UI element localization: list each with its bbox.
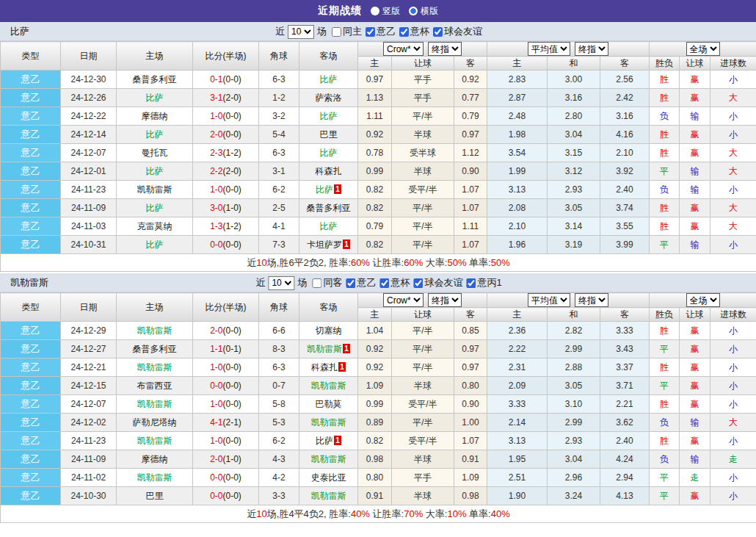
handicap-away-odds: 0.90 [454, 395, 487, 414]
score-cell: 4-1(2-1) [193, 414, 259, 432]
horizontal-layout-radio[interactable] [409, 7, 418, 15]
league-checkbox[interactable] [346, 278, 355, 288]
score-cell: 2-2(2-0) [193, 162, 259, 181]
handicap-line: 受半球 [392, 144, 454, 162]
league-tag: 意乙 [1, 144, 61, 162]
same-venue-checkbox[interactable] [332, 27, 341, 37]
match-count-select[interactable]: 10 [288, 25, 314, 39]
result-goals: 小 [710, 126, 756, 144]
same-venue-checkbox[interactable] [312, 278, 321, 288]
result-handicap: 赢 [680, 358, 710, 377]
team-link: 巴里 [146, 491, 164, 501]
result-outcome: 胜 [650, 126, 680, 144]
score-cell: 0-0(0-0) [193, 377, 259, 395]
handicap-away-odds: 0.97 [454, 340, 487, 358]
match-date: 24-12-22 [61, 107, 117, 126]
match-count-select[interactable]: 10 [268, 276, 294, 290]
league-label: 意杯 [410, 22, 429, 41]
average-select[interactable]: 平均值 [528, 42, 570, 56]
team-name: 凯勒雷斯 [10, 273, 48, 292]
score-cell: 1-0(0-0) [193, 107, 259, 126]
red-card-badge: 1 [343, 239, 350, 249]
team-link: 科森扎 [316, 166, 342, 176]
league-tag: 意乙 [1, 432, 61, 450]
match-scope-select[interactable]: 全场 [686, 293, 720, 307]
result-goals: 大 [710, 414, 756, 432]
result-outcome: 胜 [650, 217, 680, 236]
col-header-home: 主场 [117, 293, 193, 322]
match-date: 24-12-14 [61, 126, 117, 144]
league-checkbox[interactable] [399, 27, 409, 37]
team-link: 摩德纳 [142, 111, 168, 121]
match-row: 意乙24-12-29凯勒雷斯2-0(0-0)6-6切塞纳1.04平/半0.852… [1, 322, 756, 340]
team-name: 比萨 [10, 22, 29, 41]
away-team-cell: 比萨 [299, 107, 358, 126]
match-scope-select[interactable]: 全场 [686, 42, 720, 56]
match-row: 意乙24-12-07曼托瓦2-3(1-2)6-3比萨0.78受半球1.123.5… [1, 144, 756, 162]
avg-draw-odds: 2.80 [548, 107, 600, 126]
result-handicap: 赢 [680, 432, 710, 450]
vertical-layout-label: 竖版 [382, 5, 400, 18]
col-header-avg-draw: 和 [548, 308, 600, 322]
result-goals: 小 [710, 181, 756, 199]
match-row: 意乙24-12-26比萨3-1(2-0)1-2萨索洛1.13平手0.772.87… [1, 89, 756, 107]
final-odds-select[interactable]: 终指 [428, 293, 462, 307]
col-header-goals: 进球数 [710, 308, 756, 322]
match-row: 意乙24-11-09摩德纳2-0(1-0)4-3凯勒雷斯0.98半球0.911.… [1, 450, 756, 469]
away-team-cell: 比萨 [299, 144, 358, 162]
league-checkbox[interactable] [413, 278, 423, 288]
corner-score: 3-2 [259, 107, 299, 126]
final-odds-select-2[interactable]: 终指 [575, 293, 608, 307]
handicap-home-odds: 0.92 [358, 340, 392, 358]
league-checkbox[interactable] [466, 278, 476, 288]
handicap-away-odds: 0.91 [454, 450, 487, 469]
avg-away-odds: 2.21 [600, 395, 650, 414]
handicap-home-odds: 1.09 [358, 377, 392, 395]
col-header-avg-home: 主 [487, 57, 548, 71]
result-outcome: 胜 [650, 358, 680, 377]
away-team-cell: 比萨1 [299, 181, 358, 199]
avg-away-odds: 2.10 [600, 144, 650, 162]
handicap-home-odds: 0.91 [358, 487, 392, 505]
bookmaker-select[interactable]: Crow* [383, 293, 424, 307]
corner-score: 5-8 [259, 395, 299, 414]
corner-score: 4-2 [259, 469, 299, 487]
team-section: 比萨 近 10 场 同主 意乙意杯球会友谊 类型 [0, 22, 756, 272]
vertical-layout-radio[interactable] [371, 7, 379, 15]
avg-home-odds: 2.31 [487, 358, 548, 377]
corner-score: 2-5 [259, 199, 299, 217]
avg-home-odds: 2.22 [487, 340, 548, 358]
average-odds-header: 平均值终指 [487, 42, 650, 57]
score-cell: 0-1(0-0) [193, 71, 259, 89]
home-team-cell: 曼托瓦 [117, 144, 193, 162]
league-checkbox[interactable] [433, 27, 443, 37]
col-header-handicap: 让球 [392, 308, 454, 322]
bookmaker-select[interactable]: Crow* [383, 42, 424, 56]
final-odds-select[interactable]: 终指 [428, 42, 462, 56]
away-team-cell: 凯勒雷斯 [299, 487, 358, 505]
avg-home-odds: 3.13 [487, 432, 548, 450]
result-goals: 走 [710, 450, 756, 469]
league-checkbox[interactable] [366, 27, 375, 37]
result-handicap: 赢 [680, 199, 710, 217]
match-date: 24-12-27 [61, 340, 117, 358]
final-odds-select-2[interactable]: 终指 [575, 42, 608, 56]
average-select[interactable]: 平均值 [528, 293, 570, 307]
near-label: 近 [255, 273, 265, 292]
handicap-line: 半球 [392, 162, 454, 181]
corner-score: 6-6 [259, 322, 299, 340]
away-team-cell: 凯勒雷斯1 [299, 340, 358, 358]
handicap-home-odds: 0.92 [358, 126, 392, 144]
league-label: 意杯 [390, 273, 410, 292]
handicap-away-odds: 0.77 [454, 89, 487, 107]
handicap-away-odds: 1.12 [454, 144, 487, 162]
team-section: 凯勒雷斯 近 10 场 同客 意乙意杯球会友谊意丙1 类型 [0, 273, 756, 523]
result-handicap: 赢 [680, 71, 710, 89]
avg-home-odds: 2.48 [487, 107, 548, 126]
score-cell: 3-0(1-0) [193, 199, 259, 217]
handicap-home-odds: 0.78 [358, 144, 392, 162]
league-checkbox[interactable] [379, 278, 389, 288]
col-header-odds-away: 客 [454, 308, 487, 322]
match-date: 24-11-03 [61, 217, 117, 236]
result-outcome: 平 [650, 469, 680, 487]
